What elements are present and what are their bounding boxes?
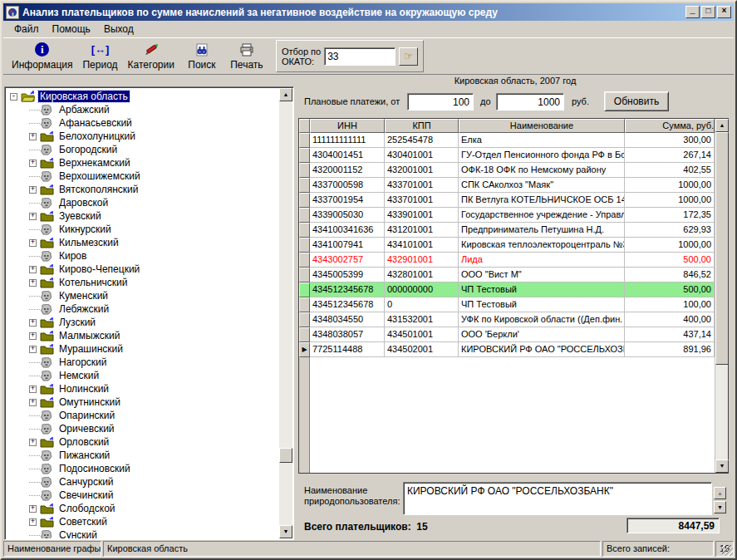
memo-scroll-down-icon[interactable]: ▼ <box>714 501 726 513</box>
tree-item[interactable]: +Вятскополянский <box>7 183 278 196</box>
tree-item[interactable]: Богородский <box>7 143 278 156</box>
column-header-inn[interactable]: ИНН <box>310 119 385 133</box>
tree-scrollbar[interactable]: ▲ ▼ <box>279 88 292 538</box>
district-icon <box>40 104 55 115</box>
nature-user-memo[interactable]: КИРОВСКИЙ РФ ОАО "РОССЕЛЬХОЗБАНК" <box>403 482 712 515</box>
expand-icon[interactable]: + <box>29 160 37 167</box>
table-row[interactable]: 4337000598433701001СПК САколхоз "Маяк"10… <box>299 178 728 193</box>
table-row[interactable]: 4341007941434101001Кировская теплоэлекто… <box>299 238 728 253</box>
search-button[interactable]: Поиск <box>179 41 224 72</box>
tree-item[interactable]: Свечинский <box>7 489 278 502</box>
menu-exit[interactable]: Выход <box>98 22 140 37</box>
grid-scroll-down-icon[interactable]: ▼ <box>715 459 729 473</box>
tree-item[interactable]: Немский <box>7 369 278 382</box>
minimize-icon[interactable]: _ <box>685 6 700 18</box>
tree-item[interactable]: Опаринский <box>7 409 278 422</box>
tree-item[interactable]: Арбажский <box>7 103 278 116</box>
grid-scroll-up-icon[interactable]: ▲ <box>715 119 729 132</box>
tree-item[interactable]: Лебяжский <box>7 302 278 316</box>
grid-scrollbar[interactable]: ▲ ▼ <box>715 119 728 473</box>
table-row[interactable]: ▶7725114488434502001КИРОВСКИЙ РФ ОАО "РО… <box>299 342 728 357</box>
column-header-name[interactable]: Наименование <box>459 119 625 133</box>
tree-scroll-down-icon[interactable]: ▼ <box>279 525 292 538</box>
tree-item[interactable]: +Котельничский <box>7 276 278 289</box>
plan-from-input[interactable] <box>407 93 474 111</box>
tree-item[interactable]: Афанасьевский <box>7 116 278 130</box>
menu-help[interactable]: Помощь <box>47 22 96 37</box>
tree-item[interactable]: Пижанский <box>7 449 278 462</box>
table-row[interactable]: 4337001954433701001ПК Ветлуга КОТЕЛЬНИЧС… <box>299 193 728 208</box>
resize-grip[interactable] <box>722 545 733 556</box>
tree-item[interactable]: Даровской <box>7 196 278 209</box>
table-row[interactable]: 434512345678000000000ЧП Тестовый500,00 <box>299 282 728 297</box>
tree-item[interactable]: +Орловский <box>7 435 278 449</box>
expand-icon[interactable]: + <box>29 399 37 406</box>
tree-item[interactable]: +Зуевский <box>7 209 278 223</box>
tree-item[interactable]: Кикнурский <box>7 223 278 236</box>
table-row[interactable]: 111111111111252545478Елка300,00 <box>299 133 728 148</box>
tree-root-item[interactable]: -Кировская область <box>7 90 278 103</box>
expand-icon[interactable]: + <box>29 186 37 194</box>
tree-item[interactable]: +Лузский <box>7 316 278 329</box>
period-button[interactable]: [↔] Период <box>77 41 122 72</box>
tree-item[interactable]: +Верхнекамский <box>7 156 278 169</box>
expand-icon[interactable]: + <box>29 518 37 526</box>
table-row[interactable]: 4345005399432801001ООО "Вист М"846,52 <box>299 268 728 282</box>
grid-scroll-thumb[interactable] <box>715 132 729 365</box>
expand-icon[interactable]: + <box>29 239 37 247</box>
expand-icon[interactable]: + <box>29 332 37 340</box>
okato-select-button[interactable]: ☞ <box>399 47 418 66</box>
tree-item[interactable]: +Белохолуницкий <box>7 130 278 143</box>
tree-item[interactable]: +Кирово-Чепецкий <box>7 263 278 276</box>
plan-to-input[interactable] <box>496 93 564 111</box>
expand-icon[interactable]: + <box>29 319 37 327</box>
okato-input[interactable] <box>324 47 396 66</box>
tree-item[interactable]: +Малмыжский <box>7 329 278 342</box>
tree-item[interactable]: Подосиновский <box>7 462 278 475</box>
column-header-kpp[interactable]: КПП <box>385 119 459 133</box>
table-row[interactable]: 4348034550431532001УФК по Кировской обла… <box>299 312 728 327</box>
print-button[interactable]: Печать <box>224 41 269 72</box>
tree-item[interactable]: Верхошижемский <box>7 169 278 183</box>
expand-icon[interactable]: + <box>29 133 37 140</box>
info-button[interactable]: i Информация <box>7 41 77 72</box>
expand-icon[interactable]: + <box>29 346 37 353</box>
collapse-icon[interactable]: - <box>10 93 17 101</box>
tree-item[interactable]: +Кильмезский <box>7 236 278 249</box>
tree-item[interactable]: Нагорский <box>7 356 278 369</box>
tree-item[interactable]: Сунский <box>7 528 278 538</box>
tree-item[interactable]: +Нолинский <box>7 382 278 395</box>
tree-item[interactable]: +Мурашинский <box>7 342 278 356</box>
menu-file[interactable]: Файл <box>8 22 45 37</box>
refresh-button[interactable]: Обновить <box>604 91 669 111</box>
tree-scroll-thumb[interactable] <box>279 448 292 463</box>
table-row[interactable]: 4339005030433901001Государственное учреж… <box>299 208 728 223</box>
cell-inn: 4348038057 <box>310 327 385 342</box>
memo-scroll-up-icon[interactable]: ▲ <box>714 487 726 499</box>
tree-scroll-up-icon[interactable]: ▲ <box>279 88 292 101</box>
expand-icon[interactable]: + <box>29 213 37 220</box>
table-row[interactable]: 4345123456780ЧП Тестовый100,00 <box>299 297 728 312</box>
tree-item[interactable]: Куменский <box>7 289 278 302</box>
table-row[interactable]: 4348038057434501001ООО 'Беркли'437,14 <box>299 327 728 342</box>
expand-icon[interactable]: + <box>29 279 37 287</box>
tree-item[interactable]: +Омутнинский <box>7 395 278 409</box>
expand-icon[interactable]: + <box>29 266 37 273</box>
table-row[interactable]: 4320001152432001001ОФК-18 ОФК по Немском… <box>299 163 728 178</box>
expand-icon[interactable]: + <box>29 439 37 446</box>
table-row[interactable]: 434100341636431201001Предприниматель Пет… <box>299 223 728 238</box>
table-row[interactable]: 4343002757432901001Лида500,00 <box>299 253 728 268</box>
expand-icon[interactable]: + <box>29 505 37 513</box>
categories-button[interactable]: Категории <box>123 41 179 72</box>
maximize-icon[interactable]: □ <box>701 6 715 18</box>
column-header-sum[interactable]: Сумма, руб. <box>625 119 715 133</box>
tree-item[interactable]: Санчурский <box>7 475 278 489</box>
table-row[interactable]: 4304001451430401001ГУ-Отдел Пенсионного … <box>299 148 728 163</box>
tree-item[interactable]: Оричевский <box>7 422 278 435</box>
tree-item[interactable]: Киров <box>7 249 278 263</box>
tree-item[interactable]: +Слободской <box>7 502 278 515</box>
app-window: Анализ плательщиков по сумме начислений … <box>0 0 737 560</box>
tree-item[interactable]: +Советский <box>7 515 278 528</box>
expand-icon[interactable]: + <box>29 386 37 393</box>
close-icon[interactable]: × <box>717 6 731 18</box>
